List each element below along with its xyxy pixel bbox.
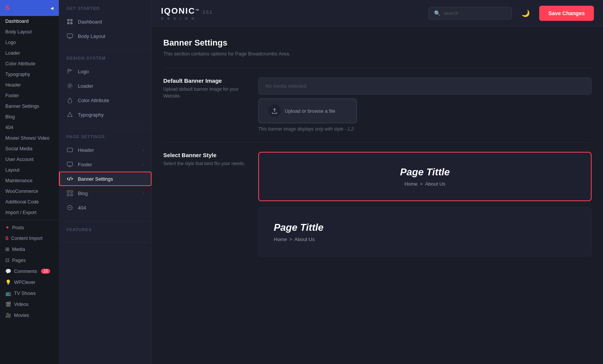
svg-rect-11	[67, 148, 73, 152]
upload-icon	[268, 104, 281, 117]
svg-rect-18	[67, 194, 69, 196]
maintenance-label: Maintenance	[5, 178, 33, 183]
admin-nav-item-loader[interactable]: Loader	[0, 48, 59, 58]
import-export-label: Import / Export	[5, 210, 36, 215]
body-layout-label: Body Layout	[5, 29, 32, 35]
header-chevron-icon: ›	[143, 148, 144, 152]
content-area: Banner Settings This section contains op…	[152, 27, 603, 364]
admin-nav-item-pages[interactable]: ⊡ Pages	[0, 255, 59, 266]
grid-icon	[66, 18, 73, 25]
header-label: Header	[5, 82, 21, 88]
admin-nav-item-typography[interactable]: Typography	[0, 69, 59, 80]
admin-nav-item-404[interactable]: 404	[0, 122, 59, 133]
search-input[interactable]	[444, 10, 506, 16]
banner-previews: Page Tittle Home > About Us Page Tittle …	[258, 152, 592, 257]
select-style-label-col: Select Banner Style Select the style tha…	[163, 152, 247, 167]
theme-blog-label: Blog	[78, 191, 88, 196]
movies-icon: 🎥	[5, 312, 11, 318]
features-title: FEATURES	[59, 227, 152, 236]
admin-nav-item-media[interactable]: ⊞ Media	[0, 244, 59, 255]
theme-nav-header[interactable]: Header ›	[59, 143, 152, 157]
social-label: Social Media	[5, 146, 33, 151]
pages-icon: ⊡	[5, 257, 9, 263]
admin-nav-item-videos[interactable]: 🎬 Videos	[0, 299, 59, 310]
theme-nav-body-layout[interactable]: Body Layout	[59, 29, 152, 43]
admin-nav-item-body-layout[interactable]: Body Layout	[0, 27, 59, 37]
svg-rect-1	[70, 19, 73, 21]
admin-nav-item-content-import[interactable]: S Content Import	[0, 233, 59, 244]
flag-icon	[66, 68, 73, 75]
svg-rect-2	[67, 22, 69, 24]
admin-nav-item-woocommerce[interactable]: WooCommerce	[0, 186, 59, 197]
banner-note: This banner image displays only with sty…	[258, 126, 592, 132]
svg-rect-0	[67, 19, 69, 21]
preview2-home: Home	[274, 236, 287, 242]
theme-nav-blog[interactable]: Blog ›	[59, 186, 152, 200]
admin-nav-item-layout[interactable]: Layout	[0, 165, 59, 175]
admin-sidebar-header[interactable]: S ◀	[0, 0, 59, 16]
admin-nav-item-posts[interactable]: ✦ Posts	[0, 222, 59, 233]
theme-nav-loader[interactable]: Loader	[59, 79, 152, 93]
admin-nav-item-movies[interactable]: 🎥 Movies	[0, 310, 59, 321]
divider-2	[163, 142, 592, 143]
theme-section-get-started: GET STARTED Dashboard Body Layout	[59, 0, 152, 50]
admin-nav-item-wpclever[interactable]: 💡 WPClever	[0, 277, 59, 288]
admin-nav-item-header[interactable]: Header	[0, 80, 59, 90]
admin-nav-item-maintenance[interactable]: Maintenance	[0, 175, 59, 186]
theme-nav-logo[interactable]: Logo	[59, 64, 152, 79]
admin-nav-item-logo[interactable]: Logo	[0, 37, 59, 48]
layout-label: Layout	[5, 167, 20, 173]
theme-nav-typography[interactable]: Typography	[59, 107, 152, 122]
preview2-title: Page Tittle	[274, 222, 324, 233]
dark-mode-button[interactable]: 🌙	[518, 6, 533, 21]
woocommerce-label: WooCommerce	[5, 189, 38, 194]
admin-nav-item-movie[interactable]: Movie/ Shows/ Video	[0, 133, 59, 143]
design-system-title: DESIGN SYSTEM	[59, 56, 152, 64]
tv-shows-icon: 📺	[5, 290, 11, 296]
banner-preview-2[interactable]: Page Tittle Home > About Us	[258, 207, 592, 257]
comments-icon: 💬	[5, 268, 11, 274]
upload-label: Upload or browse a file	[285, 108, 335, 114]
theme-nav-404[interactable]: 404	[59, 200, 152, 215]
blog-label: Blog	[5, 114, 15, 120]
preview1-separator: >	[420, 181, 423, 187]
brand-tm: ™	[195, 8, 199, 12]
admin-nav-item-social[interactable]: Social Media	[0, 143, 59, 154]
admin-nav-item-banner[interactable]: Banner Settings	[0, 101, 59, 112]
theme-dashboard-label: Dashboard	[78, 19, 102, 25]
admin-nav-item-additional-code[interactable]: Additional Code	[0, 197, 59, 207]
code-icon	[66, 175, 73, 182]
footer-chevron-icon: ›	[143, 162, 144, 167]
admin-nav-item-comments[interactable]: 💬 Comments 10	[0, 266, 59, 277]
theme-nav-color-attribute[interactable]: Color Attribute	[59, 93, 152, 107]
select-style-desc: Select the style that best fits your nee…	[163, 160, 247, 167]
admin-nav-item-dashboard[interactable]: Dashboard	[0, 16, 59, 27]
admin-nav-item-tv-shows[interactable]: 📺 TV Shows	[0, 288, 59, 299]
dashboard-label: Dashboard	[5, 19, 28, 24]
admin-nav-item-user-account[interactable]: User Account	[0, 154, 59, 165]
search-box[interactable]: 🔍	[428, 7, 512, 20]
media-placeholder: No media selected	[258, 77, 592, 95]
upload-button[interactable]: Upload or browse a file	[258, 98, 357, 123]
tv-shows-label: TV Shows	[14, 291, 36, 296]
videos-icon: 🎬	[5, 301, 11, 307]
divider-1	[163, 68, 592, 68]
theme-nav-banner-settings[interactable]: Banner Settings	[59, 172, 152, 186]
wpclever-label: WPClever	[14, 280, 35, 285]
banner-label: Banner Settings	[5, 104, 39, 109]
admin-nav-item-footer[interactable]: Footer	[0, 90, 59, 101]
svg-line-15	[69, 177, 71, 181]
default-banner-control: No media selected Upload or browse a fil…	[258, 77, 592, 132]
theme-nav-dashboard[interactable]: Dashboard	[59, 14, 152, 29]
banner-preview-1[interactable]: Page Tittle Home > About Us	[258, 152, 592, 201]
save-changes-button[interactable]: Save Changes	[539, 6, 594, 21]
theme-nav-footer[interactable]: Footer ›	[59, 157, 152, 172]
page-settings-title: PAGE SETTINGS	[59, 134, 152, 143]
topbar: IQONIC™ 2.5.1 D E S I G N 🔍 🌙 Save Chang…	[152, 0, 603, 27]
admin-nav-item-import-export[interactable]: Import / Export	[0, 207, 59, 218]
theme-section-page-settings: PAGE SETTINGS Header › Footer › Banner S…	[59, 128, 152, 221]
admin-nav-item-blog[interactable]: Blog	[0, 112, 59, 122]
theme-logo-label: Logo	[78, 69, 89, 74]
page-title: Banner Settings	[163, 38, 592, 48]
admin-nav-item-color-attribute[interactable]: Color Attribute	[0, 58, 59, 69]
